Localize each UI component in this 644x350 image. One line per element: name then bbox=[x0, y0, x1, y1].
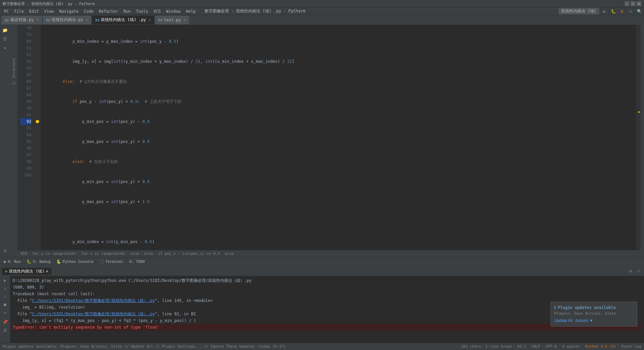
pin-button[interactable]: 📌 bbox=[2, 319, 8, 325]
menu-view[interactable]: View bbox=[41, 8, 56, 14]
tab-test[interactable]: py test.py ✕ bbox=[155, 16, 189, 24]
menu-pc[interactable]: PC bbox=[1, 8, 11, 14]
run-output-line-7: img_[y, x] = (fq1 * (y_max_pos - pos_y) … bbox=[13, 317, 641, 324]
stop-run-button[interactable]: ■ bbox=[2, 301, 8, 308]
actions-button[interactable]: Actions ▼ bbox=[575, 318, 594, 323]
run-tab[interactable]: ▶ 4: Run bbox=[1, 258, 23, 266]
structure-strip: 2: Structure bbox=[10, 25, 17, 257]
menu-tools[interactable]: Tools bbox=[133, 8, 151, 14]
menu-code[interactable]: Code bbox=[81, 8, 96, 14]
status-indent[interactable]: 4 spaces bbox=[562, 344, 580, 349]
breadcrumb-else1[interactable]: else bbox=[131, 251, 140, 256]
python-console-tab[interactable]: 🐍 Python Console bbox=[54, 258, 96, 266]
run-output[interactable]: D:\20200228_play_with_pytorch\python\pyt… bbox=[10, 276, 644, 343]
status-crlf[interactable]: CRLF bbox=[531, 344, 540, 349]
run-panel-tab[interactable]: ▶ 双线性内插法 (续) ✕ bbox=[2, 268, 51, 275]
run-output-line-5: img_ = BI(img, resolution) bbox=[13, 304, 641, 311]
run-config-label[interactable]: 双线性内插法 (续) bbox=[558, 8, 599, 15]
status-python[interactable]: Python 3.6 (3) bbox=[585, 344, 616, 349]
info-icon: ℹ bbox=[554, 305, 556, 310]
file-tabs: py 最近邻值.py ✕ py 双线性内插法.py ✕ py 双线性内插法 (续… bbox=[0, 15, 644, 25]
py-icon: py bbox=[95, 18, 100, 22]
settings-icon[interactable]: ⚙ bbox=[627, 268, 634, 275]
status-position[interactable]: 92:1 bbox=[517, 344, 526, 349]
line-numbers: 78 79 80 81 82 83 84 85 86 87 88 89 90 9… bbox=[17, 25, 34, 250]
editor-area: 78 79 80 81 82 83 84 85 86 87 88 89 90 9… bbox=[17, 25, 641, 257]
tab-zuijin[interactable]: py 最近邻值.py ✕ bbox=[1, 16, 42, 24]
breadcrumb-for-x[interactable]: for x in range(dstW) bbox=[82, 251, 126, 256]
sidebar-project-icon[interactable]: 📁 bbox=[1, 26, 9, 34]
menu-run[interactable]: Run bbox=[121, 8, 134, 14]
close-tab-icon[interactable]: ✕ bbox=[183, 18, 186, 22]
bottom-toolbar: ▶ 4: Run 🐛 5: Debug 🐍 Python Console ⬛ T… bbox=[0, 257, 644, 266]
breadcrumb-bi0[interactable]: BI0 bbox=[21, 251, 27, 256]
code-container[interactable]: 78 79 80 81 82 83 84 85 86 87 88 89 90 9… bbox=[17, 25, 641, 250]
menu-refactor[interactable]: Refactor bbox=[96, 8, 121, 14]
code-line-80: else: # y方向点与像素点不重合 bbox=[43, 78, 633, 85]
breadcrumb-else2[interactable]: else bbox=[144, 251, 153, 256]
scroll-down-button[interactable]: ↓ bbox=[2, 293, 8, 300]
run-button[interactable]: ▶ bbox=[601, 8, 608, 15]
code-line-79: img_[y, x] = img[int((y_min_index + y_ma… bbox=[43, 58, 633, 65]
notification-header: ℹ Plugin updates available bbox=[554, 305, 634, 310]
debug-button[interactable]: 🐛 bbox=[610, 8, 617, 15]
breadcrumb-for-y[interactable]: for y in range(dstH) bbox=[32, 251, 76, 256]
tab-shuangxian-xu[interactable]: py 双线性内插法 (续) .py ✕ bbox=[92, 16, 154, 24]
minimize-button[interactable]: ─ bbox=[625, 1, 629, 6]
event-log[interactable]: Event Log bbox=[621, 344, 641, 349]
vertical-scrollbar[interactable] bbox=[641, 25, 644, 257]
run-controls: 双线性内插法 (续) ▶ 🐛 ⏸ ⏹ 🔍 bbox=[558, 8, 643, 15]
window-controls[interactable]: ─ □ ✕ bbox=[625, 1, 641, 6]
pause-button[interactable]: ⏸ bbox=[619, 8, 625, 15]
breadcrumb-if-pos[interactable]: if pos_x - int(pos_x) == 0.5 bbox=[158, 251, 220, 256]
close-button[interactable]: ✕ bbox=[637, 1, 641, 6]
run-output-line-2: (600, 800, 3) bbox=[13, 284, 641, 291]
py-icon: py bbox=[46, 18, 50, 22]
menu-window[interactable]: Window bbox=[163, 8, 183, 14]
tab-shuangxian[interactable]: py 双线性内插法.py ✕ bbox=[43, 16, 92, 24]
run-again-button[interactable]: ▶ bbox=[2, 277, 8, 284]
run-tab-label: 4: Run bbox=[8, 259, 21, 264]
menu-file[interactable]: File bbox=[11, 8, 26, 14]
status-bar: Plugin updates available: Plugins: Save … bbox=[0, 343, 644, 350]
search-everywhere-button[interactable]: 🔍 bbox=[636, 8, 643, 15]
notification-body: Plugins: Save Actions, Gitee bbox=[554, 311, 634, 316]
run-output-line-1: D:\20200228_play_with_pytorch\python\pyt… bbox=[13, 277, 641, 284]
sidebar-settings-icon[interactable]: ⚙ bbox=[1, 246, 9, 254]
todo-tab[interactable]: 6: TODO bbox=[127, 258, 147, 266]
debug-tab-icon: 🐛 bbox=[27, 259, 31, 264]
terminal-tab[interactable]: ⬛ Terminal bbox=[97, 258, 126, 266]
maximize-button[interactable]: □ bbox=[631, 1, 635, 6]
stop-button[interactable]: ⏹ bbox=[627, 8, 634, 15]
code-line-84: else: # 左距小于右距 bbox=[43, 158, 633, 165]
menu-edit[interactable]: Edit bbox=[26, 8, 41, 14]
debug-tab[interactable]: 🐛 5: Debug bbox=[24, 258, 53, 266]
error-marker bbox=[638, 112, 640, 113]
sidebar-structure-icon[interactable]: ☰ bbox=[1, 35, 9, 43]
right-gutter bbox=[636, 25, 641, 250]
structure-label[interactable]: 2: Structure bbox=[12, 58, 16, 84]
close-tab-icon[interactable]: ✕ bbox=[149, 18, 151, 22]
python-console-icon: 🐍 bbox=[56, 259, 61, 264]
sidebar-favorites-icon[interactable]: ★ bbox=[1, 43, 9, 51]
code-line-83: y_max_pos = int(pos_y) + 0.5 bbox=[43, 138, 633, 145]
status-encoding[interactable]: UTF-8 bbox=[546, 344, 557, 349]
run-panel-close[interactable]: ✕ bbox=[46, 269, 48, 274]
close-output-button[interactable]: ✕ bbox=[2, 309, 8, 316]
run-panel-controls: ⚙ ⤢ bbox=[627, 268, 642, 275]
update-all-button[interactable]: Update All bbox=[554, 318, 573, 323]
menu-help[interactable]: Help bbox=[183, 8, 198, 14]
print-button[interactable]: 🖨 bbox=[2, 327, 8, 333]
code-content[interactable]: y_min_index = y_max_index = int(pos_y - … bbox=[41, 25, 636, 250]
close-tab-icon[interactable]: ✕ bbox=[36, 18, 39, 22]
run-tab-icon: ▶ bbox=[4, 259, 6, 264]
breadcrumb-else3[interactable]: else bbox=[225, 251, 234, 256]
status-chars: 101 chars, 1 line break bbox=[461, 344, 512, 349]
menu-vcs[interactable]: VCS bbox=[151, 8, 163, 14]
panel-expand-icon[interactable]: ⤢ bbox=[635, 268, 642, 275]
scroll-up-button[interactable]: ↑ bbox=[2, 285, 8, 292]
menu-navigate[interactable]: Navigate bbox=[56, 8, 81, 14]
close-tab-icon[interactable]: ✕ bbox=[86, 18, 88, 22]
title-text: 数字图像处理 - 双线性内插法 (续) .py - PyCharm bbox=[3, 1, 95, 6]
title-bar: 数字图像处理 - 双线性内插法 (续) .py - PyCharm ─ □ ✕ bbox=[0, 0, 644, 7]
